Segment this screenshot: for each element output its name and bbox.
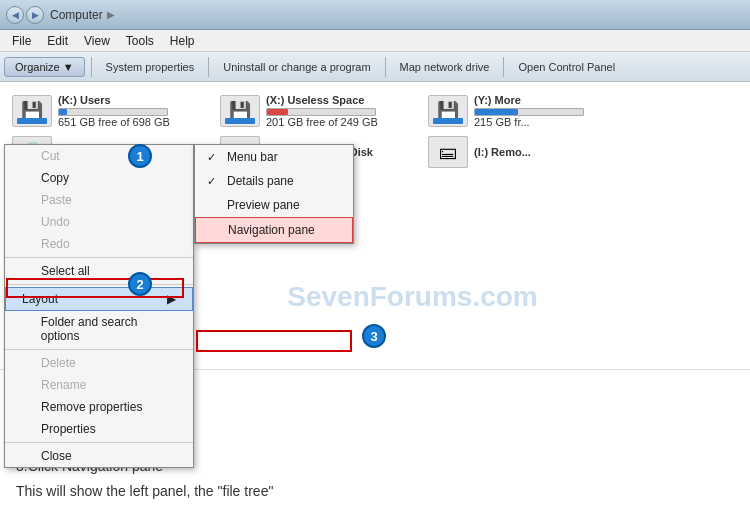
menu-separator-1 <box>5 257 193 258</box>
menu-bar: File Edit View Tools Help <box>0 30 750 52</box>
drive-icon: 💾 <box>428 95 468 127</box>
drive-bar-fill <box>59 109 67 115</box>
menu-edit[interactable]: Edit <box>39 32 76 50</box>
list-item[interactable]: 🖴 (I:) Remo... <box>428 136 628 168</box>
drive-info: (I:) Remo... <box>474 146 531 158</box>
drive-name: (X:) Useless Space <box>266 94 378 106</box>
menu-separator-3 <box>5 349 193 350</box>
layout-preview-pane[interactable]: Preview pane <box>195 193 353 217</box>
menu-separator-4 <box>5 442 193 443</box>
organize-menu-folder-options[interactable]: Folder and search options <box>5 311 193 347</box>
menu-view[interactable]: View <box>76 32 118 50</box>
submenu-arrow: ▶ <box>167 292 176 306</box>
title-bar: ◀ ▶ Computer ▶ <box>0 0 750 30</box>
menu-bar-check: ✓ <box>207 151 221 164</box>
drive-info: (K:) Users 651 GB free of 698 GB <box>58 94 170 128</box>
open-control-panel-button[interactable]: Open Control Panel <box>510 58 623 76</box>
drive-bar-bg <box>266 108 376 116</box>
organize-menu-redo[interactable]: Redo <box>5 233 193 255</box>
watermark: SevenForums.com <box>287 281 538 313</box>
forward-button[interactable]: ▶ <box>26 6 44 24</box>
organize-dropdown-menu: Cut Copy Paste Undo Redo Select all Layo… <box>4 144 194 468</box>
toolbar: Organize ▼ System properties Uninstall o… <box>0 52 750 82</box>
details-pane-check: ✓ <box>207 175 221 188</box>
drive-name: (K:) Users <box>58 94 170 106</box>
breadcrumb-arrow: ▶ <box>107 9 115 20</box>
layout-details-pane[interactable]: ✓ Details pane <box>195 169 353 193</box>
organize-menu-layout[interactable]: Layout ▶ <box>5 287 193 311</box>
organize-menu-delete[interactable]: Delete <box>5 352 193 374</box>
breadcrumb-text: Computer <box>50 8 103 22</box>
uninstall-button[interactable]: Uninstall or change a program <box>215 58 378 76</box>
menu-tools[interactable]: Tools <box>118 32 162 50</box>
main-area: SevenForums.com 💾 (K:) Users 651 GB free… <box>0 82 750 512</box>
drive-bar-bg <box>58 108 168 116</box>
organize-menu-undo[interactable]: Undo <box>5 211 193 233</box>
organize-menu-select-all[interactable]: Select all <box>5 260 193 282</box>
map-drive-button[interactable]: Map network drive <box>392 58 498 76</box>
drive-free: 201 GB free of 249 GB <box>266 116 378 128</box>
organize-menu-rename[interactable]: Rename <box>5 374 193 396</box>
annotation-2: 2 <box>128 272 152 296</box>
layout-navigation-pane[interactable]: Navigation pane <box>195 217 353 243</box>
drive-bar-bg <box>474 108 584 116</box>
instruction-line5: This will show the left panel, the "file… <box>16 479 734 504</box>
organize-menu-properties[interactable]: Properties <box>5 418 193 440</box>
organize-menu-close[interactable]: Close <box>5 445 193 467</box>
drive-free: 215 GB fr... <box>474 116 584 128</box>
drive-icon: 💾 <box>220 95 260 127</box>
back-button[interactable]: ◀ <box>6 6 24 24</box>
drive-bar-fill <box>267 109 288 115</box>
breadcrumb: Computer ▶ <box>50 8 115 22</box>
layout-menu-bar[interactable]: ✓ Menu bar <box>195 145 353 169</box>
layout-submenu: ✓ Menu bar ✓ Details pane Preview pane N… <box>194 144 354 244</box>
organize-menu-copy[interactable]: Copy <box>5 167 193 189</box>
toolbar-divider-3 <box>385 57 386 77</box>
toolbar-divider-1 <box>91 57 92 77</box>
list-item[interactable]: 💾 (Y:) More 215 GB fr... <box>428 94 628 128</box>
system-properties-button[interactable]: System properties <box>98 58 203 76</box>
menu-file[interactable]: File <box>4 32 39 50</box>
drive-info: (Y:) More 215 GB fr... <box>474 94 584 128</box>
removable-icon: 🖴 <box>428 136 468 168</box>
menu-help[interactable]: Help <box>162 32 203 50</box>
organize-menu-remove-props[interactable]: Remove properties <box>5 396 193 418</box>
toolbar-divider-2 <box>208 57 209 77</box>
organize-menu-paste[interactable]: Paste <box>5 189 193 211</box>
annotation-1: 1 <box>128 144 152 168</box>
drive-name: (Y:) More <box>474 94 584 106</box>
drive-free: 651 GB free of 698 GB <box>58 116 170 128</box>
list-item[interactable]: 💾 (X:) Useless Space 201 GB free of 249 … <box>220 94 420 128</box>
list-item[interactable]: 💾 (K:) Users 651 GB free of 698 GB <box>12 94 212 128</box>
drive-bar-fill <box>475 109 518 115</box>
toolbar-divider-4 <box>503 57 504 77</box>
organize-button[interactable]: Organize ▼ <box>4 57 85 77</box>
drive-name: (I:) Remo... <box>474 146 531 158</box>
menu-separator-2 <box>5 284 193 285</box>
annotation-3: 3 <box>362 324 386 348</box>
window-controls: ◀ ▶ <box>6 6 44 24</box>
drive-icon: 💾 <box>12 95 52 127</box>
drive-info: (X:) Useless Space 201 GB free of 249 GB <box>266 94 378 128</box>
organize-menu-cut[interactable]: Cut <box>5 145 193 167</box>
